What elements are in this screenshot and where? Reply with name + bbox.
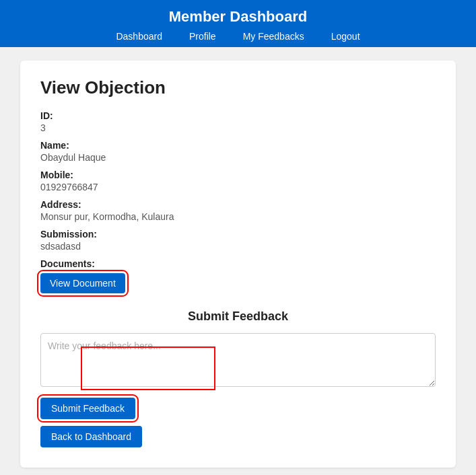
documents-section: Documents: View Document (40, 258, 436, 293)
feedback-textarea[interactable] (40, 333, 436, 387)
header-title: Member Dashboard (0, 8, 476, 26)
nav-feedbacks[interactable]: My Feedbacks (243, 31, 304, 42)
name-label: Name: (40, 140, 436, 151)
main-content: View Objection ID: 3 Name: Obaydul Haque… (0, 47, 476, 475)
id-value: 3 (40, 122, 436, 133)
view-document-button[interactable]: View Document (40, 273, 125, 293)
name-value: Obaydul Haque (40, 152, 436, 163)
header: Member Dashboard Dashboard Profile My Fe… (0, 0, 476, 47)
address-value: Monsur pur, Kormodha, Kulaura (40, 211, 436, 222)
documents-label: Documents: (40, 258, 436, 269)
submit-feedback-title: Submit Feedback (40, 309, 436, 324)
submission-label: Submission: (40, 229, 436, 240)
card: View Objection ID: 3 Name: Obaydul Haque… (20, 61, 456, 468)
back-to-dashboard-button[interactable]: Back to Dashboard (40, 426, 142, 447)
navigation: Dashboard Profile My Feedbacks Logout (0, 31, 476, 42)
submit-feedback-section: Submit Feedback Submit Feedback Back to … (40, 309, 436, 447)
nav-dashboard[interactable]: Dashboard (116, 31, 162, 42)
address-label: Address: (40, 199, 436, 210)
textarea-wrapper (40, 333, 436, 390)
mobile-value: 01929766847 (40, 182, 436, 192)
nav-logout[interactable]: Logout (331, 31, 360, 42)
page-title: View Objection (40, 77, 436, 98)
nav-profile[interactable]: Profile (189, 31, 216, 42)
submit-feedback-button[interactable]: Submit Feedback (40, 398, 135, 419)
mobile-label: Mobile: (40, 170, 436, 180)
submission-value: sdsadasd (40, 241, 436, 252)
id-label: ID: (40, 110, 436, 121)
